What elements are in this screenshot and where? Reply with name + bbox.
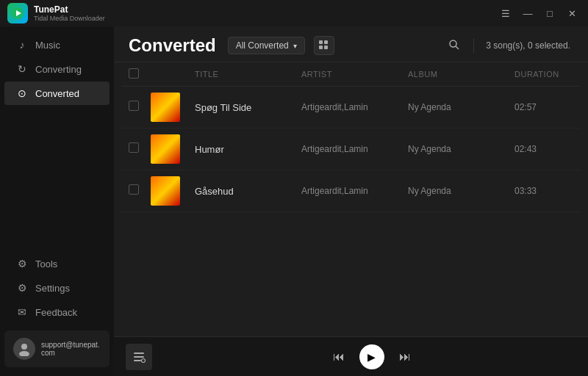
col-artist: ARTIST xyxy=(301,70,408,79)
svg-rect-14 xyxy=(134,356,144,358)
tracks-table: TITLE ARTIST ALBUM DURATION xyxy=(114,62,588,336)
avatar xyxy=(13,338,35,360)
search-button[interactable] xyxy=(444,37,465,54)
row-checkbox[interactable] xyxy=(129,142,139,153)
converted-icon: ⊙ xyxy=(16,87,28,99)
sidebar-item-label-settings: Settings xyxy=(35,283,70,294)
track-title: Gåsehud xyxy=(195,186,301,197)
svg-rect-7 xyxy=(324,46,328,49)
content-header: Converted All Converted ▾ xyxy=(114,26,588,62)
track-album: Ny Agenda xyxy=(408,102,514,112)
table-row[interactable]: Gåsehud Artigeardit,Lamin Ny Agenda 03:3… xyxy=(121,170,581,212)
window-controls: ☰ — □ ✕ xyxy=(497,7,581,20)
page-title: Converted xyxy=(129,35,216,56)
row-checkbox-cell[interactable] xyxy=(129,184,151,198)
close-button[interactable]: ✕ xyxy=(563,7,581,20)
user-account[interactable]: support@tunepat.com xyxy=(4,330,110,367)
music-icon: ♪ xyxy=(16,39,28,51)
track-artist: Artigeardit,Lamin xyxy=(301,144,408,154)
app-logo xyxy=(7,3,28,24)
svg-rect-5 xyxy=(324,40,328,44)
table-header: TITLE ARTIST ALBUM DURATION xyxy=(121,62,581,87)
row-checkbox-cell[interactable] xyxy=(129,142,151,156)
svg-rect-12 xyxy=(151,176,180,206)
sidebar-spacer xyxy=(0,109,114,251)
svg-rect-6 xyxy=(319,46,323,49)
app-title-block: TunePat Tidal Media Downloader xyxy=(34,4,105,22)
track-album: Ny Agenda xyxy=(408,186,514,196)
svg-rect-11 xyxy=(151,134,180,164)
next-button[interactable]: ⏭ xyxy=(396,347,414,366)
app-branding: TunePat Tidal Media Downloader xyxy=(7,3,105,24)
svg-rect-4 xyxy=(319,40,323,44)
feedback-icon: ✉ xyxy=(16,306,28,318)
svg-point-16 xyxy=(142,358,146,362)
sidebar-item-feedback[interactable]: ✉ Feedback xyxy=(4,300,110,324)
row-checkbox-cell[interactable] xyxy=(129,101,151,114)
titlebar: TunePat Tidal Media Downloader ☰ — □ ✕ xyxy=(0,0,588,26)
app-name: TunePat xyxy=(34,4,105,15)
row-checkbox[interactable] xyxy=(129,101,139,111)
minimize-button[interactable]: — xyxy=(519,7,537,20)
song-count: 3 song(s), 0 selected. xyxy=(483,40,573,51)
sidebar-item-music[interactable]: ♪ Music xyxy=(4,33,110,57)
filter-label: All Converted xyxy=(236,40,289,51)
row-checkbox[interactable] xyxy=(129,184,139,195)
svg-rect-15 xyxy=(134,360,141,361)
track-artist: Artigeardit,Lamin xyxy=(301,102,408,112)
sidebar-item-label-tools: Tools xyxy=(35,258,57,270)
svg-rect-10 xyxy=(151,93,180,122)
checkbox-header[interactable] xyxy=(129,68,151,80)
table-row[interactable]: Spøg Til Side Artigeardit,Lamin Ny Agend… xyxy=(121,87,581,129)
music-library-button[interactable] xyxy=(126,344,152,370)
menu-button[interactable]: ☰ xyxy=(497,7,514,20)
main-layout: ♪ Music ↻ Converting ⊙ Converted ⚙ Tools… xyxy=(0,26,588,376)
col-title: TITLE xyxy=(195,70,301,79)
sidebar-item-settings[interactable]: ⚙ Settings xyxy=(4,276,110,300)
tools-icon: ⚙ xyxy=(16,258,28,270)
sidebar-item-label-feedback: Feedback xyxy=(35,307,77,318)
track-title: Humør xyxy=(195,144,301,155)
sidebar-bottom-nav: ⚙ Tools ⚙ Settings ✉ Feedback xyxy=(0,251,114,325)
app-subtitle: Tidal Media Downloader xyxy=(34,15,105,22)
svg-point-2 xyxy=(21,344,27,350)
album-thumbnail xyxy=(151,176,180,206)
sidebar-item-label-music: Music xyxy=(35,40,60,51)
sidebar-item-converted[interactable]: ⊙ Converted xyxy=(4,82,110,105)
svg-rect-13 xyxy=(134,352,144,354)
grid-view-button[interactable] xyxy=(314,36,334,55)
album-thumbnail xyxy=(151,134,180,164)
svg-line-9 xyxy=(456,46,459,49)
settings-icon: ⚙ xyxy=(16,282,28,294)
content-area: Converted All Converted ▾ xyxy=(114,26,588,376)
album-thumbnail xyxy=(151,93,180,122)
user-email: support@tunepat.com xyxy=(41,341,101,357)
svg-point-3 xyxy=(19,351,29,356)
table-row[interactable]: Humør Artigeardit,Lamin Ny Agenda 02:43 xyxy=(121,129,581,170)
sidebar-item-label-converted: Converted xyxy=(35,88,79,99)
sidebar-nav: ♪ Music ↻ Converting ⊙ Converted xyxy=(0,32,114,106)
track-duration: 03:33 xyxy=(514,186,573,196)
track-duration: 02:57 xyxy=(514,102,573,112)
svg-point-8 xyxy=(450,40,456,47)
play-button[interactable]: ▶ xyxy=(359,344,384,369)
sidebar-item-converting[interactable]: ↻ Converting xyxy=(4,57,110,81)
track-album: Ny Agenda xyxy=(408,144,514,154)
maximize-button[interactable]: □ xyxy=(541,7,559,20)
select-all-checkbox[interactable] xyxy=(129,68,139,79)
header-divider xyxy=(473,38,474,53)
col-album: ALBUM xyxy=(408,70,514,79)
col-duration: DURATION xyxy=(514,70,573,79)
sidebar: ♪ Music ↻ Converting ⊙ Converted ⚙ Tools… xyxy=(0,26,114,376)
chevron-down-icon: ▾ xyxy=(293,42,297,50)
sidebar-item-label-converting: Converting xyxy=(35,64,82,75)
previous-button[interactable]: ⏮ xyxy=(330,347,348,366)
track-duration: 02:43 xyxy=(514,144,573,154)
player-bar: ⏮ ▶ ⏭ xyxy=(114,336,588,376)
filter-dropdown[interactable]: All Converted ▾ xyxy=(228,37,305,54)
sidebar-item-tools[interactable]: ⚙ Tools xyxy=(4,252,110,275)
player-controls: ⏮ ▶ ⏭ xyxy=(167,344,576,369)
track-artist: Artigeardit,Lamin xyxy=(301,186,408,196)
converting-icon: ↻ xyxy=(16,63,28,75)
track-title: Spøg Til Side xyxy=(195,102,301,113)
